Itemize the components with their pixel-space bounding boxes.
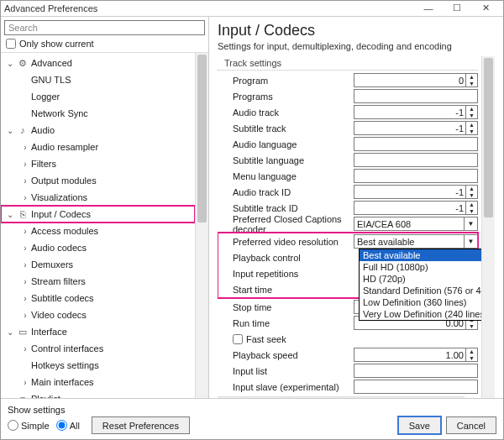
field-audio-track[interactable]: -1 ▲▼ bbox=[354, 105, 478, 119]
window-title: Advanced Preferences bbox=[4, 3, 414, 13]
settings-tree[interactable]: ⌄⚙AdvancedGNU TLSLoggerNetwork Sync⌄♪Aud… bbox=[1, 53, 195, 398]
minimize-button[interactable]: — bbox=[414, 2, 443, 15]
chevron-right-icon[interactable]: › bbox=[19, 143, 31, 152]
only-show-current-box[interactable] bbox=[6, 39, 16, 49]
tree-item-input-codecs[interactable]: ⌄⎘Input / Codecs bbox=[1, 206, 195, 223]
horizontal-scrollbar[interactable]: ‹ › bbox=[218, 396, 465, 398]
field-audio-language[interactable] bbox=[354, 137, 478, 151]
field-subtitle-language[interactable] bbox=[354, 153, 478, 167]
tree-item-subtitle-codecs[interactable]: ›Subtitle codecs bbox=[1, 290, 195, 306]
field-menu-language[interactable] bbox=[354, 169, 478, 183]
dropdown-option[interactable]: Low Definition (360 lines) bbox=[360, 296, 481, 308]
tree-item-video-codecs[interactable]: ›Video codecs bbox=[1, 306, 195, 323]
tree-scrollbar[interactable] bbox=[195, 53, 208, 398]
row-program: Program 0 ▲▼ bbox=[218, 72, 478, 88]
resolution-dropdown[interactable]: Best availableFull HD (1080p)HD (720p)St… bbox=[359, 249, 481, 321]
highlighted-resolution-block: Preferred video resolution Best availabl… bbox=[218, 233, 478, 298]
field-input-slave[interactable] bbox=[354, 380, 478, 394]
checkbox-fast-seek[interactable] bbox=[233, 334, 243, 344]
dropdown-option[interactable]: HD (720p) bbox=[360, 273, 481, 285]
dropdown-option[interactable]: Full HD (1080p) bbox=[360, 261, 481, 273]
tree-item-playlist[interactable]: ⌄≡Playlist bbox=[1, 390, 195, 398]
tree-item-label: Output modules bbox=[31, 175, 97, 186]
right-scrollbar[interactable] bbox=[481, 56, 495, 398]
chevron-down-icon[interactable]: ⌄ bbox=[4, 327, 16, 337]
chevron-right-icon[interactable]: › bbox=[19, 277, 31, 286]
reset-preferences-button[interactable]: Reset Preferences bbox=[92, 416, 190, 434]
tree-item-visualizations[interactable]: ›Visualizations bbox=[1, 189, 195, 206]
page-title: Input / Codecs bbox=[218, 22, 495, 39]
tree-item-interface[interactable]: ⌄▭Interface bbox=[1, 323, 195, 340]
search-input[interactable]: Search bbox=[4, 20, 205, 35]
label-subtitle-track-id: Subtitle track ID bbox=[233, 203, 354, 213]
chevron-right-icon[interactable]: › bbox=[19, 227, 31, 236]
tree-item-audio-resampler[interactable]: ›Audio resampler bbox=[1, 139, 195, 155]
dropdown-option[interactable]: Standard Definition (576 or 480 lines) bbox=[360, 285, 481, 296]
spinner-icon[interactable]: ▲▼ bbox=[465, 74, 477, 86]
field-subtitle-track-id[interactable]: -1 ▲▼ bbox=[354, 201, 478, 215]
chevron-right-icon[interactable]: › bbox=[19, 176, 31, 186]
chevron-down-icon[interactable]: ⌄ bbox=[4, 210, 16, 219]
dropdown-option[interactable]: Very Low Definition (240 lines) bbox=[360, 308, 481, 320]
field-program[interactable]: 0 ▲▼ bbox=[354, 73, 478, 87]
label-menu-language: Menu language bbox=[233, 171, 354, 181]
radio-simple[interactable]: Simple bbox=[8, 420, 50, 431]
chevron-right-icon[interactable]: › bbox=[19, 193, 31, 202]
dropdown-option[interactable]: Best available bbox=[360, 249, 481, 261]
spinner-icon[interactable]: ▲▼ bbox=[465, 122, 477, 134]
chevron-down-icon[interactable]: ⌄ bbox=[4, 59, 16, 68]
tree-item-control-interfaces[interactable]: ›Control interfaces bbox=[1, 340, 195, 357]
field-playback-speed[interactable]: 1.00 ▲▼ bbox=[354, 348, 478, 362]
chevron-right-icon[interactable]: › bbox=[19, 260, 31, 270]
tree-item-label: Playlist bbox=[31, 394, 60, 398]
chevron-right-icon[interactable]: › bbox=[19, 244, 31, 253]
field-programs[interactable] bbox=[354, 89, 478, 103]
close-button[interactable]: ✕ bbox=[471, 2, 500, 15]
maximize-button[interactable]: ☐ bbox=[443, 2, 471, 15]
chevron-down-icon[interactable]: ⌄ bbox=[4, 395, 16, 399]
tree-item-logger[interactable]: Logger bbox=[1, 88, 195, 105]
row-audio-language: Audio language bbox=[218, 136, 478, 152]
save-button[interactable]: Save bbox=[398, 416, 441, 434]
tree-item-label: Demuxers bbox=[31, 259, 73, 270]
label-stop-time: Stop time bbox=[233, 302, 354, 312]
chevron-down-icon[interactable]: ⌄ bbox=[4, 126, 16, 135]
chevron-right-icon[interactable]: › bbox=[19, 160, 31, 169]
tree-item-output-modules[interactable]: ›Output modules bbox=[1, 172, 195, 189]
tree-item-main-interfaces[interactable]: ›Main interfaces bbox=[1, 374, 195, 390]
tree-item-audio[interactable]: ⌄♪Audio bbox=[1, 122, 195, 139]
spinner-icon[interactable]: ▲▼ bbox=[465, 106, 477, 118]
spinner-icon[interactable]: ▲▼ bbox=[465, 348, 477, 361]
cancel-button[interactable]: Cancel bbox=[446, 416, 496, 434]
spinner-icon[interactable]: ▲▼ bbox=[465, 202, 477, 214]
tree-item-label: Access modules bbox=[31, 226, 98, 236]
chevron-right-icon[interactable]: › bbox=[19, 294, 31, 303]
chevron-right-icon[interactable]: › bbox=[19, 378, 31, 387]
chevron-right-icon[interactable]: › bbox=[19, 311, 31, 320]
field-preferred-resolution[interactable]: Best available ▼ bbox=[354, 234, 478, 249]
tree-item-filters[interactable]: ›Filters bbox=[1, 155, 195, 172]
tree-item-label: Main interfaces bbox=[31, 377, 94, 387]
chevron-right-icon[interactable]: › bbox=[19, 344, 31, 354]
label-audio-language: Audio language bbox=[233, 139, 354, 149]
row-fast-seek[interactable]: Fast seek bbox=[218, 331, 478, 347]
tree-item-hotkeys-settings[interactable]: Hotkeys settings bbox=[1, 357, 195, 374]
radio-all[interactable]: All bbox=[56, 420, 80, 431]
tree-item-demuxers[interactable]: ›Demuxers bbox=[1, 256, 195, 273]
tree-item-stream-filters[interactable]: ›Stream filters bbox=[1, 273, 195, 290]
tree-item-audio-codecs[interactable]: ›Audio codecs bbox=[1, 239, 195, 256]
tree-item-gnu-tls[interactable]: GNU TLS bbox=[1, 71, 195, 88]
spinner-icon[interactable]: ▲▼ bbox=[465, 186, 477, 198]
label-input-slave: Input slave (experimental) bbox=[233, 382, 354, 392]
only-show-current-checkbox[interactable]: Only show current bbox=[1, 37, 208, 52]
field-closed-captions[interactable]: EIA/CEA 608 ▼ bbox=[354, 217, 478, 231]
field-subtitle-track[interactable]: -1 ▲▼ bbox=[354, 121, 478, 135]
tree-item-advanced[interactable]: ⌄⚙Advanced bbox=[1, 55, 195, 71]
tree-wrap: ⌄⚙AdvancedGNU TLSLoggerNetwork Sync⌄♪Aud… bbox=[1, 52, 208, 398]
tree-item-access-modules[interactable]: ›Access modules bbox=[1, 223, 195, 239]
field-input-list[interactable] bbox=[354, 364, 478, 378]
field-audio-track-id[interactable]: -1 ▲▼ bbox=[354, 185, 478, 199]
tree-item-network-sync[interactable]: Network Sync bbox=[1, 105, 195, 122]
tree-item-label: Audio codecs bbox=[31, 243, 87, 253]
tree-item-label: Interface bbox=[31, 327, 67, 337]
